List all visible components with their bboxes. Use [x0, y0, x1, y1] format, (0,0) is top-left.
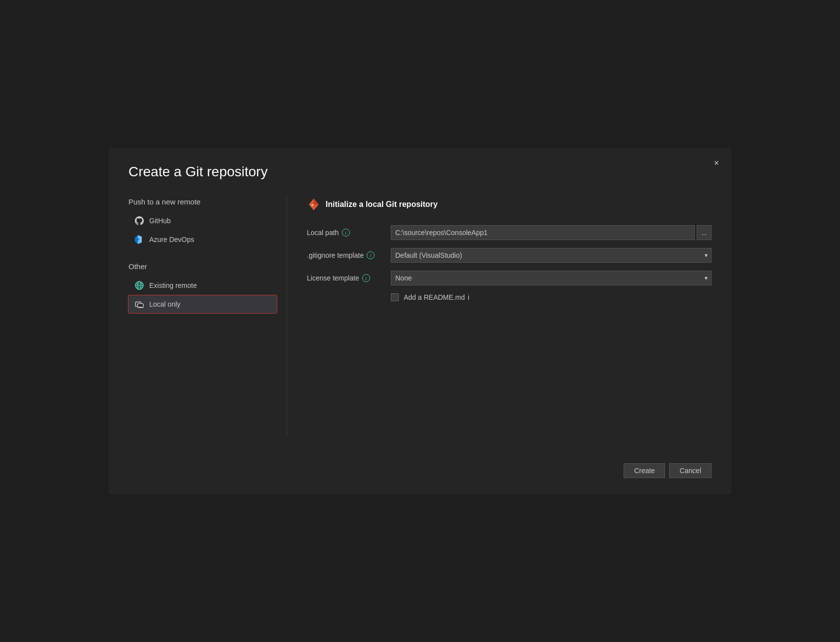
push-section-title: Push to a new remote [128, 198, 277, 206]
browse-button[interactable]: ... [697, 225, 712, 240]
local-path-row: Local path i ... [307, 225, 712, 240]
gitignore-row: .gitignore template i Default (VisualStu… [307, 248, 712, 263]
sidebar-item-azure[interactable]: Azure DevOps [128, 231, 277, 248]
local-only-label: Local only [149, 300, 180, 308]
local-only-icon [134, 299, 144, 309]
readme-row: Add a README.md i [391, 293, 712, 301]
local-path-input[interactable] [391, 225, 695, 240]
svg-marker-11 [314, 199, 319, 204]
cancel-button[interactable]: Cancel [669, 463, 712, 478]
sidebar-item-github[interactable]: GitHub [128, 212, 277, 230]
license-row: License template i None MIT Apache 2.0 G… [307, 271, 712, 285]
other-section: Other Existing remote [128, 262, 277, 313]
sidebar-item-local-only[interactable]: Local only [128, 295, 277, 313]
gitignore-select-wrap: Default (VisualStudio) None VisualStudio… [391, 248, 712, 263]
local-path-info-icon[interactable]: i [342, 229, 350, 237]
license-select[interactable]: None MIT Apache 2.0 GPL v3 [391, 271, 712, 285]
sidebar-item-existing-remote[interactable]: Existing remote [128, 277, 277, 294]
sidebar: Push to a new remote GitHub [128, 198, 287, 436]
github-label: GitHub [149, 217, 171, 225]
gitignore-select[interactable]: Default (VisualStudio) None VisualStudio… [391, 248, 712, 263]
existing-remote-label: Existing remote [149, 281, 197, 289]
readme-info-icon[interactable]: i [468, 293, 469, 301]
github-icon [134, 216, 144, 226]
license-info-icon[interactable]: i [362, 274, 370, 282]
svg-text:✦: ✦ [311, 202, 314, 207]
create-button[interactable]: Create [624, 463, 665, 478]
vs-git-icon: ✦ [307, 198, 321, 211]
gitignore-info-icon[interactable]: i [367, 251, 375, 259]
globe-icon [134, 281, 144, 290]
azure-devops-label: Azure DevOps [149, 236, 194, 243]
local-path-label: Local path i [307, 229, 391, 237]
section-header: ✦ Initialize a local Git repository [307, 198, 712, 211]
main-content: ✦ Initialize a local Git repository Loca… [287, 198, 712, 436]
readme-checkbox[interactable] [391, 293, 399, 301]
close-button[interactable]: × [710, 156, 723, 170]
create-git-repo-dialog: × Create a Git repository Push to a new … [109, 148, 731, 494]
azure-devops-icon [134, 235, 144, 244]
section-header-title: Initialize a local Git repository [326, 200, 438, 209]
other-section-title: Other [128, 262, 277, 271]
gitignore-control: Default (VisualStudio) None VisualStudio… [391, 248, 712, 263]
license-select-wrap: None MIT Apache 2.0 GPL v3 ▾ [391, 271, 712, 285]
local-path-control: ... [391, 225, 712, 240]
dialog-footer: Create Cancel [128, 455, 712, 478]
gitignore-label: .gitignore template i [307, 251, 391, 259]
license-label: License template i [307, 274, 391, 282]
dialog-title: Create a Git repository [128, 164, 712, 180]
license-control: None MIT Apache 2.0 GPL v3 ▾ [391, 271, 712, 285]
readme-label: Add a README.md i [404, 293, 469, 301]
dialog-body: Push to a new remote GitHub [128, 198, 712, 436]
